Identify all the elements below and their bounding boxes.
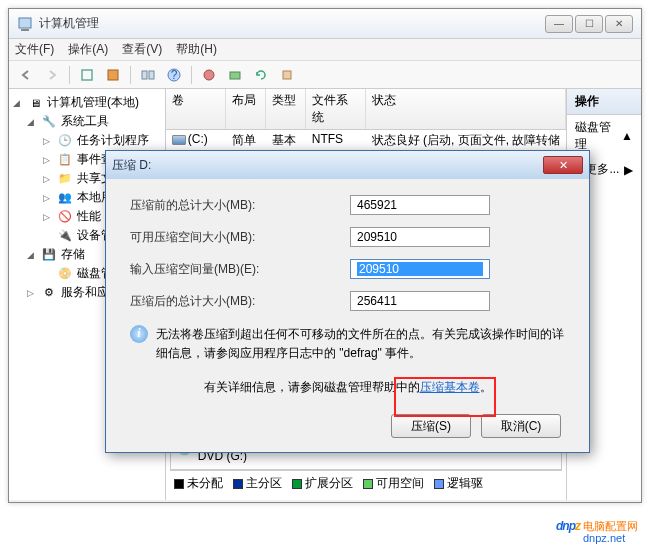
value-avail: 209510	[350, 227, 490, 247]
tool-icon[interactable]	[76, 64, 98, 86]
dialog-help: 有关详细信息，请参阅磁盘管理帮助中的压缩基本卷。	[130, 379, 565, 396]
forward-button[interactable]	[41, 64, 63, 86]
shrink-button[interactable]: 压缩(S)	[391, 414, 471, 438]
th-status[interactable]: 状态	[366, 89, 567, 129]
folder-icon: 📁	[57, 172, 73, 186]
svg-text:?: ?	[171, 68, 178, 82]
menu-view[interactable]: 查看(V)	[122, 41, 162, 58]
table-row[interactable]: (C:)简单基本NTFS状态良好 (启动, 页面文件, 故障转储	[166, 130, 567, 151]
window-buttons: — ☐ ✕	[545, 15, 633, 33]
label-avail: 可用压缩空间大小(MB):	[130, 229, 350, 246]
svg-rect-5	[149, 71, 154, 79]
perf-icon: 🚫	[57, 210, 73, 224]
svg-rect-9	[230, 72, 240, 79]
storage-icon: 💾	[41, 248, 57, 262]
event-icon: 📋	[57, 153, 73, 167]
tools-icon: 🔧	[41, 115, 57, 129]
tool-icon[interactable]	[198, 64, 220, 86]
value-before: 465921	[350, 195, 490, 215]
menu-help[interactable]: 帮助(H)	[176, 41, 217, 58]
dialog-body: 压缩前的总计大小(MB): 465921 可用压缩空间大小(MB): 20951…	[106, 179, 589, 452]
tree-label: 计算机管理(本地)	[47, 94, 139, 111]
table-header: 卷 布局 类型 文件系统 状态	[166, 89, 567, 130]
th-type[interactable]: 类型	[266, 89, 306, 129]
legend-label: 扩展分区	[305, 475, 353, 492]
info-icon: i	[130, 325, 148, 343]
svg-rect-2	[82, 70, 92, 80]
th-volume[interactable]: 卷	[166, 89, 226, 129]
tree-label: 性能	[77, 208, 101, 225]
tree-label: 任务计划程序	[77, 132, 149, 149]
svg-rect-0	[19, 18, 31, 28]
tool-icon[interactable]	[276, 64, 298, 86]
label-input: 输入压缩空间量(MB)(E):	[130, 261, 350, 278]
up-icon: ▲	[621, 129, 633, 143]
cancel-button[interactable]: 取消(C)	[481, 414, 561, 438]
computer-icon: 🖥	[27, 96, 43, 110]
refresh-icon[interactable]	[250, 64, 272, 86]
svg-rect-1	[21, 29, 29, 31]
action-header: 操作	[567, 89, 641, 115]
legend: 未分配 主分区 扩展分区 可用空间 逻辑驱	[170, 470, 563, 496]
menu-file[interactable]: 文件(F)	[15, 41, 54, 58]
dialog-buttons: 压缩(S) 取消(C)	[130, 414, 565, 438]
device-icon: 🔌	[57, 229, 73, 243]
tree-root[interactable]: ◢🖥计算机管理(本地)	[11, 93, 163, 112]
tool-icon[interactable]	[224, 64, 246, 86]
volume-icon	[172, 135, 186, 145]
tool-icon[interactable]	[137, 64, 159, 86]
shrink-amount-input[interactable]: 209510	[350, 259, 490, 279]
th-layout[interactable]: 布局	[226, 89, 266, 129]
legend-label: 可用空间	[376, 475, 424, 492]
maximize-button[interactable]: ☐	[575, 15, 603, 33]
value-after: 256411	[350, 291, 490, 311]
info-text: 无法将卷压缩到超出任何不可移动的文件所在的点。有关完成该操作时间的详细信息，请参…	[156, 325, 565, 363]
svg-rect-10	[283, 71, 291, 79]
menubar: 文件(F) 操作(A) 查看(V) 帮助(H)	[9, 39, 641, 61]
toolbar: ?	[9, 61, 641, 89]
menu-action[interactable]: 操作(A)	[68, 41, 108, 58]
shrink-dialog: 压缩 D: ✕ 压缩前的总计大小(MB): 465921 可用压缩空间大小(MB…	[105, 150, 590, 453]
svg-rect-3	[108, 70, 118, 80]
dialog-form: 压缩前的总计大小(MB): 465921 可用压缩空间大小(MB): 20951…	[130, 195, 565, 311]
label-before: 压缩前的总计大小(MB):	[130, 197, 350, 214]
window-title: 计算机管理	[39, 15, 545, 32]
dialog-close-button[interactable]: ✕	[543, 156, 583, 174]
back-button[interactable]	[15, 64, 37, 86]
svg-point-8	[204, 70, 214, 80]
dialog-title: 压缩 D:	[112, 157, 543, 174]
clock-icon: 🕒	[57, 134, 73, 148]
tool-icon[interactable]	[102, 64, 124, 86]
svg-rect-4	[142, 71, 147, 79]
help-icon[interactable]: ?	[163, 64, 185, 86]
tree-task[interactable]: ▷🕒任务计划程序	[11, 131, 163, 150]
dialog-info: i 无法将卷压缩到超出任何不可移动的文件所在的点。有关完成该操作时间的详细信息，…	[130, 325, 565, 363]
watermark: dnpz 电脑配置网 dnpz.net	[556, 506, 638, 544]
tree-systools[interactable]: ◢🔧系统工具	[11, 112, 163, 131]
disk-icon: 📀	[57, 267, 73, 281]
th-fs[interactable]: 文件系统	[306, 89, 366, 129]
help-link[interactable]: 压缩基本卷	[420, 380, 480, 394]
service-icon: ⚙	[41, 286, 57, 300]
minimize-button[interactable]: —	[545, 15, 573, 33]
legend-label: 逻辑驱	[447, 475, 483, 492]
users-icon: 👥	[57, 191, 73, 205]
close-button[interactable]: ✕	[605, 15, 633, 33]
legend-label: 主分区	[246, 475, 282, 492]
tree-label: 系统工具	[61, 113, 109, 130]
label-after: 压缩后的总计大小(MB):	[130, 293, 350, 310]
legend-label: 未分配	[187, 475, 223, 492]
arrow-icon: ▶	[624, 163, 633, 177]
dialog-titlebar: 压缩 D: ✕	[106, 151, 589, 179]
tree-label: 存储	[61, 246, 85, 263]
titlebar: 计算机管理 — ☐ ✕	[9, 9, 641, 39]
app-icon	[17, 16, 33, 32]
